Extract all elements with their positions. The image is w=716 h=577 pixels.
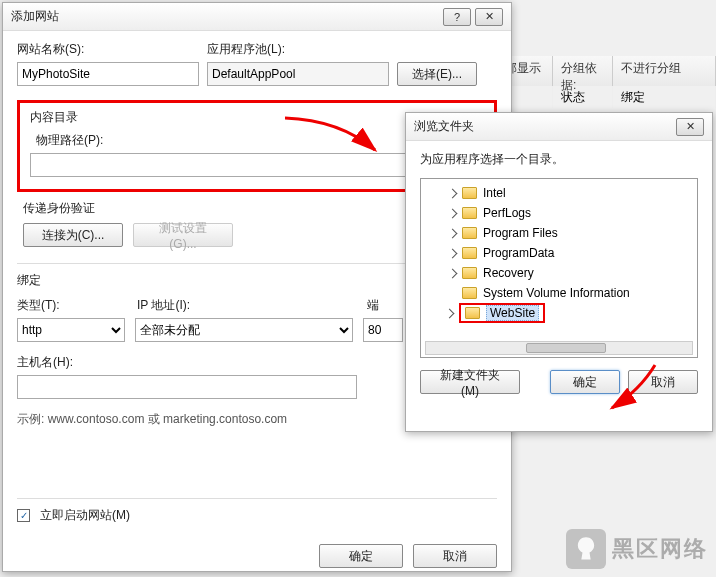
background-toolbar: 全部显示(A) 分组依据: 不进行分组 [485, 56, 716, 86]
ip-select[interactable]: 全部未分配 [135, 318, 353, 342]
tree-item[interactable]: Recovery [421, 263, 697, 283]
tree-item-label: ProgramData [483, 246, 554, 260]
browse-title: 浏览文件夹 [414, 118, 672, 135]
connect-as-button[interactable]: 连接为(C)... [23, 223, 123, 247]
expand-icon[interactable] [445, 308, 455, 318]
watermark-logo-icon [566, 529, 606, 569]
browse-instruction: 为应用程序选择一个目录。 [420, 151, 698, 168]
tree-item[interactable]: Program Files [421, 223, 697, 243]
app-pool-label: 应用程序池(L): [207, 41, 497, 58]
expand-icon[interactable] [448, 208, 458, 218]
start-now-row[interactable]: ✓ 立即启动网站(M) [17, 507, 497, 524]
tree-item-selected[interactable]: WebSite [421, 303, 697, 323]
tree-item[interactable]: System Volume Information [421, 283, 697, 303]
ip-label: IP 地址(I): [137, 297, 367, 314]
bg-col-status[interactable]: 状态 [553, 86, 613, 108]
add-site-cancel-button[interactable]: 取消 [413, 544, 497, 568]
expand-icon[interactable] [448, 188, 458, 198]
close-button[interactable]: ✕ [475, 8, 503, 26]
folder-icon [462, 247, 477, 259]
port-input[interactable] [363, 318, 403, 342]
watermark: 黑区网络 [566, 529, 708, 569]
browse-titlebar: 浏览文件夹 ✕ [406, 113, 712, 141]
browse-folder-dialog: 浏览文件夹 ✕ 为应用程序选择一个目录。 Intel PerfLogs Prog… [405, 112, 713, 432]
app-pool-input [207, 62, 389, 86]
host-input[interactable] [17, 375, 357, 399]
watermark-text: 黑区网络 [612, 534, 708, 564]
new-folder-button[interactable]: 新建文件夹(M) [420, 370, 520, 394]
bg-col-bind[interactable]: 绑定 [613, 86, 716, 108]
select-app-pool-button[interactable]: 选择(E)... [397, 62, 477, 86]
start-now-label: 立即启动网站(M) [40, 507, 130, 524]
scrollbar-thumb[interactable] [526, 343, 606, 353]
bg-group-val[interactable]: 不进行分组 [613, 56, 716, 86]
site-name-input[interactable] [17, 62, 199, 86]
tree-item[interactable]: PerfLogs [421, 203, 697, 223]
add-site-ok-button[interactable]: 确定 [319, 544, 403, 568]
folder-icon [462, 227, 477, 239]
type-select[interactable]: http [17, 318, 125, 342]
folder-icon [462, 207, 477, 219]
type-label: 类型(T): [17, 297, 137, 314]
tree-item-label: Program Files [483, 226, 558, 240]
browse-close-button[interactable]: ✕ [676, 118, 704, 136]
tree-item[interactable]: Intel [421, 183, 697, 203]
tree-item-label: Recovery [483, 266, 534, 280]
tree-item-label: System Volume Information [483, 286, 630, 300]
expand-icon[interactable] [448, 228, 458, 238]
browse-cancel-button[interactable]: 取消 [628, 370, 698, 394]
bg-group-by: 分组依据: [553, 56, 613, 86]
folder-icon [462, 287, 477, 299]
expand-icon[interactable] [448, 248, 458, 258]
help-button[interactable]: ? [443, 8, 471, 26]
folder-icon [462, 267, 477, 279]
tree-item-label: PerfLogs [483, 206, 531, 220]
test-settings-button: 测试设置(G)... [133, 223, 233, 247]
tree-item[interactable]: ProgramData [421, 243, 697, 263]
folder-icon [465, 307, 480, 319]
folder-icon [462, 187, 477, 199]
start-now-checkbox[interactable]: ✓ [17, 509, 30, 522]
horizontal-scrollbar[interactable] [425, 341, 693, 355]
site-name-label: 网站名称(S): [17, 41, 207, 58]
tree-item-label: Intel [483, 186, 506, 200]
background-columns: ID 状态 绑定 [485, 86, 716, 108]
tree-item-label: WebSite [486, 305, 539, 321]
folder-tree[interactable]: Intel PerfLogs Program Files ProgramData… [420, 178, 698, 358]
expand-icon[interactable] [448, 268, 458, 278]
selected-highlight: WebSite [459, 303, 545, 323]
add-website-titlebar: 添加网站 ? ✕ [3, 3, 511, 31]
browse-ok-button[interactable]: 确定 [550, 370, 620, 394]
add-website-title: 添加网站 [11, 8, 439, 25]
phys-path-input[interactable] [30, 153, 452, 177]
